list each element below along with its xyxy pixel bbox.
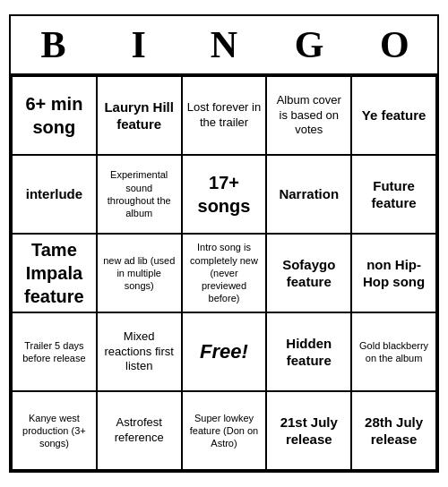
bingo-cell-18: Hidden feature bbox=[267, 313, 352, 392]
bingo-cell-2: Lost forever in the trailer bbox=[183, 77, 268, 156]
bingo-cell-10: Tame Impala feature bbox=[13, 235, 98, 313]
letter-i: I bbox=[99, 23, 178, 66]
bingo-cell-13: Sofaygo feature bbox=[267, 235, 352, 313]
bingo-cell-12: Intro song is completely new (never prev… bbox=[183, 235, 268, 313]
bingo-cell-19: Gold blackberry on the album bbox=[352, 313, 437, 392]
bingo-card: B I N G O 6+ min songLauryn Hill feature… bbox=[9, 14, 439, 473]
letter-n: N bbox=[185, 23, 263, 66]
bingo-grid: 6+ min songLauryn Hill featureLost forev… bbox=[11, 75, 437, 471]
letter-o: O bbox=[355, 23, 434, 66]
bingo-cell-23: 21st July release bbox=[267, 392, 352, 471]
bingo-cell-20: Kanye west production (3+ songs) bbox=[13, 392, 98, 471]
bingo-cell-21: Astrofest reference bbox=[98, 392, 183, 471]
bingo-cell-9: Future feature bbox=[352, 156, 437, 235]
bingo-cell-22: Super lowkey feature (Don on Astro) bbox=[183, 392, 268, 471]
bingo-cell-5: interlude bbox=[13, 156, 98, 235]
letter-b: B bbox=[14, 23, 93, 66]
bingo-cell-6: Experimental sound throughout the album bbox=[98, 156, 183, 235]
bingo-cell-4: Ye feature bbox=[352, 77, 437, 156]
bingo-cell-7: 17+ songs bbox=[183, 156, 268, 235]
bingo-cell-17: Free! bbox=[183, 313, 268, 392]
bingo-header: B I N G O bbox=[11, 16, 437, 75]
letter-g: G bbox=[270, 23, 349, 66]
bingo-cell-16: Mixed reactions first listen bbox=[98, 313, 183, 392]
bingo-cell-3: Album cover is based on votes bbox=[267, 77, 352, 156]
bingo-cell-1: Lauryn Hill feature bbox=[98, 77, 183, 156]
bingo-cell-0: 6+ min song bbox=[13, 77, 98, 156]
bingo-cell-15: Trailer 5 days before release bbox=[13, 313, 98, 392]
bingo-cell-11: new ad lib (used in multiple songs) bbox=[98, 235, 183, 313]
bingo-cell-8: Narration bbox=[267, 156, 352, 235]
bingo-cell-14: non Hip-Hop song bbox=[352, 235, 437, 313]
bingo-cell-24: 28th July release bbox=[352, 392, 437, 471]
